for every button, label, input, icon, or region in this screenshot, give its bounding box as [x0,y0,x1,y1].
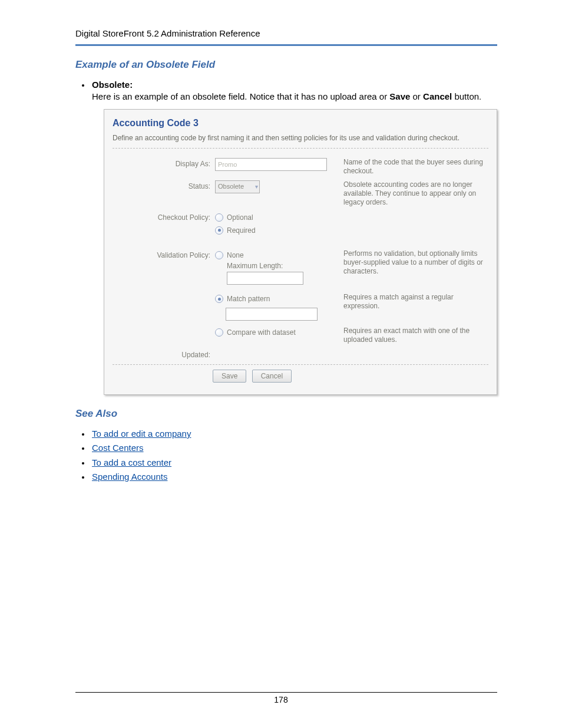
radio-icon [215,213,223,222]
validation-policy-none[interactable]: None Maximum Length: [215,251,339,285]
link-add-cost-center[interactable]: To add a cost center [92,457,171,467]
radio-icon [215,295,223,303]
save-button[interactable]: Save [213,370,246,383]
header-divider [75,44,497,46]
obsolete-text: Here is an example of an obsolete field.… [92,91,481,101]
see-also-item: Spending Accounts [91,471,497,483]
see-also-item: To add a cost center [91,457,497,469]
checkout-policy-required[interactable]: Required [215,226,339,235]
cancel-button[interactable]: Cancel [252,370,292,383]
checkout-policy-label: Checkout Policy: [115,212,215,222]
radio-icon [215,226,223,235]
max-length-input[interactable] [227,272,303,285]
checkout-policy-optional[interactable]: Optional [215,213,339,222]
section-heading-see-also: See Also [75,408,497,420]
validation-none-help: Performs no validation, but optionally l… [339,249,486,276]
accounting-code-panel: Accounting Code 3 Define an accounting c… [104,109,497,396]
radio-label-match: Match pattern [227,294,270,304]
chevron-down-icon: ▾ [255,183,258,191]
panel-title: Accounting Code 3 [113,117,488,130]
updated-label: Updated: [115,349,215,360]
validation-compare-help: Requires an exact match with one of the … [339,327,486,344]
link-add-edit-company[interactable]: To add or edit a company [92,429,191,439]
display-as-input[interactable] [215,158,327,171]
status-help: Obsolete accounting codes are no longer … [339,180,486,207]
validation-policy-label: Validation Policy: [115,249,215,260]
panel-description: Define an accounting code by first namin… [113,134,488,149]
see-also-item: Cost Centers [91,442,497,454]
validation-policy-compare-dataset[interactable]: Compare with dataset [215,328,339,337]
link-cost-centers[interactable]: Cost Centers [92,443,144,453]
radio-icon [215,328,223,337]
status-label: Status: [115,180,215,191]
radio-icon [215,251,223,259]
validation-policy-match-pattern[interactable]: Match pattern [215,294,339,304]
match-pattern-input[interactable] [226,308,318,321]
radio-label-compare: Compare with dataset [227,328,296,337]
status-value: Obsolete [218,182,244,191]
footer-divider [75,692,497,693]
status-select[interactable]: Obsolete ▾ [215,180,260,193]
see-also-item: To add or edit a company [91,428,497,440]
section-heading-obsolete-field: Example of an Obsolete Field [75,59,497,71]
display-as-help: Name of the code that the buyer sees dur… [339,158,486,176]
page-number: 178 [0,695,562,704]
display-as-label: Display As: [115,158,215,169]
radio-label-required: Required [227,226,256,235]
obsolete-label: Obsolete: [92,80,133,90]
max-length-label: Maximum Length: [227,261,303,271]
radio-label-optional: Optional [227,213,253,222]
running-header: Digital StoreFront 5.2 Administration Re… [75,28,497,38]
validation-match-help: Requires a match against a regular expre… [339,293,486,311]
obsolete-bullet: Obsolete: Here is an example of an obsol… [91,79,497,395]
radio-label-none: None [227,251,244,259]
link-spending-accounts[interactable]: Spending Accounts [92,472,167,482]
